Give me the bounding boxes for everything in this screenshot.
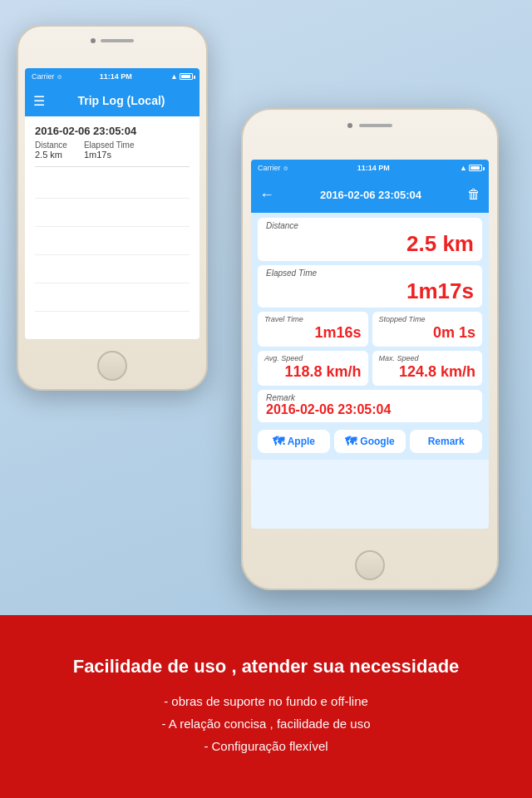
front-wifi-icon: ⌾ [283,164,288,172]
max-speed-label: Max. Speed [379,354,476,362]
google-maps-label: Google [360,436,394,447]
front-screen: Carrier ⌾ 11:14 PM ▲ ← 2016-02-06 23:05:… [251,160,489,529]
front-carrier: Carrier [258,164,281,172]
bottom-banner: Facilidade de uso , atender sua necessid… [0,615,532,798]
map-buttons: 🗺 Apple 🗺 Google Remark [258,426,482,455]
front-status-bar: Carrier ⌾ 11:14 PM ▲ [251,160,489,176]
back-signal-icon: ▲ [170,72,178,81]
elapsed-card: Elapsed Time 1m17s [258,265,482,308]
front-speaker-bar [359,124,392,127]
elapsed-label: Elapsed Time [266,268,474,278]
back-status-bar: Carrier ⌾ 11:14 PM ▲ [25,68,200,85]
front-nav-title: 2016-02-06 23:05:04 [279,189,462,201]
back-button[interactable]: ← [259,186,274,204]
banner-title: Facilidade de uso , atender sua necessid… [73,656,460,677]
back-carrier: Carrier [32,72,55,81]
front-home-button[interactable] [355,550,385,580]
max-speed-value: 124.8 km/h [379,364,476,381]
travel-stopped-row: Travel Time 1m16s Stopped Time 0m 1s [258,312,482,347]
travel-time-label: Travel Time [264,315,362,323]
stopped-time-label: Stopped Time [379,315,476,323]
front-status-right: ▲ [460,164,482,172]
camera-dot [91,38,96,43]
back-distance-col: Distance 2.5 km [35,140,67,160]
back-trip-row: Distance 2.5 km Elapsed Time 1m17s [35,140,190,160]
remark-label: Remark [266,393,474,402]
back-divider1 [35,166,190,167]
apple-maps-button[interactable]: 🗺 Apple [258,430,330,453]
apple-maps-label: Apple [288,436,315,447]
remark-btn-label: Remark [428,436,465,447]
phone-front: Carrier ⌾ 11:14 PM ▲ ← 2016-02-06 23:05:… [241,108,499,590]
back-elapsed-col: Elapsed Time 1m17s [84,140,135,160]
avg-speed-card: Avg. Speed 118.8 km/h [258,351,368,386]
distance-label: Distance [266,221,474,230]
back-content: 2016-02-06 23:05:04 Distance 2.5 km Elap… [25,116,200,323]
front-nav-bar: ← 2016-02-06 23:05:04 🗑 [251,176,489,213]
menu-icon[interactable]: ☰ [33,93,45,109]
back-empty-5 [35,287,190,312]
banner-item-1: - obras de suporte no fundo e off-line [164,690,368,712]
back-trip-date: 2016-02-06 23:05:04 [35,125,190,137]
back-elapsed-value: 1m17s [84,150,135,160]
remark-card: Remark 2016-02-06 23:05:04 [258,390,482,422]
back-nav-title: Trip Log (Local) [52,94,191,107]
back-distance-value: 2.5 km [35,150,67,160]
back-empty-2 [35,202,190,227]
back-status-left: Carrier ⌾ [32,72,62,81]
back-nav-bar: ☰ Trip Log (Local) [25,85,200,116]
back-empty-4 [35,259,190,283]
elapsed-value: 1m17s [266,279,474,303]
remark-button[interactable]: Remark [410,430,482,453]
back-time: 11:14 PM [100,72,132,81]
travel-time-value: 1m16s [264,325,362,342]
delete-button[interactable]: 🗑 [467,187,480,202]
back-empty-3 [35,230,190,255]
back-status-right: ▲ [170,72,193,81]
back-wifi-icon: ⌾ [57,72,62,81]
speaker-bar [101,39,134,42]
back-distance-label: Distance [35,140,67,150]
back-elapsed-label: Elapsed Time [84,140,135,150]
phone-back: Carrier ⌾ 11:14 PM ▲ ☰ Trip Log (Local) … [17,25,208,391]
front-time: 11:14 PM [357,164,390,172]
front-signal-icon: ▲ [460,164,467,172]
back-empty-1 [35,174,190,199]
banner-item-2: - A relação concisa , facilidade de uso [162,712,371,735]
camera-back [91,38,134,43]
speed-row: Avg. Speed 118.8 km/h Max. Speed 124.8 k… [258,351,482,386]
front-battery-icon [469,165,482,171]
stopped-time-value: 0m 1s [379,325,476,342]
remark-value: 2016-02-06 23:05:04 [266,402,474,417]
stopped-time-card: Stopped Time 0m 1s [372,312,483,347]
front-status-left: Carrier ⌾ [258,164,288,172]
back-battery-icon [180,73,193,80]
travel-time-card: Travel Time 1m16s [258,312,368,347]
max-speed-card: Max. Speed 124.8 km/h [372,351,483,386]
distance-value: 2.5 km [266,232,474,256]
back-screen: Carrier ⌾ 11:14 PM ▲ ☰ Trip Log (Local) … [25,68,200,339]
google-maps-button[interactable]: 🗺 Google [334,430,406,453]
apple-maps-icon: 🗺 [273,435,284,448]
back-home-button[interactable] [97,351,127,381]
front-camera-dot [347,123,352,128]
avg-speed-label: Avg. Speed [264,354,362,362]
front-content: Distance 2.5 km Elapsed Time 1m17s Trave… [251,213,489,460]
camera-front [347,123,392,128]
avg-speed-value: 118.8 km/h [264,364,362,381]
google-maps-icon: 🗺 [345,435,357,448]
distance-card: Distance 2.5 km [258,218,482,261]
banner-item-3: - Configuração flexível [204,735,328,757]
